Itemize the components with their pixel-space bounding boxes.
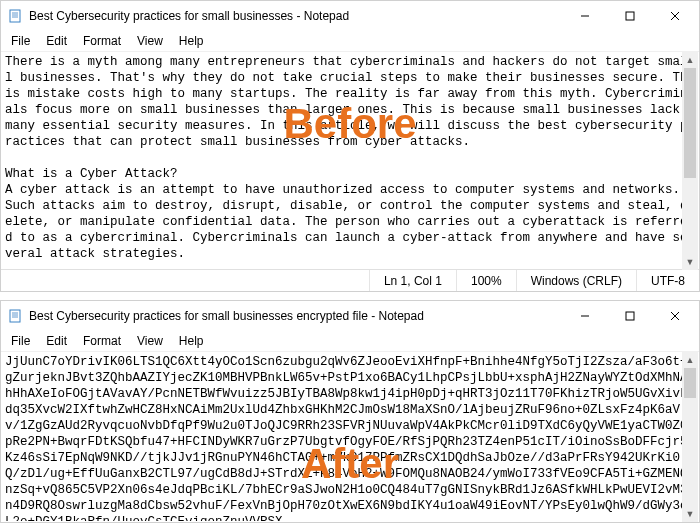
text-area[interactable]: There is a myth among many entrepreneurs… [1,51,699,269]
scroll-thumb[interactable] [684,368,696,398]
notepad-window-after: Best Cybersecurity practices for small b… [0,300,700,523]
status-zoom: 100% [456,270,516,291]
minimize-button[interactable] [562,301,607,331]
minimize-button[interactable] [562,1,607,31]
svg-rect-5 [626,12,634,20]
vertical-scrollbar[interactable]: ▲ ▼ [682,352,698,522]
menu-format[interactable]: Format [75,332,129,350]
notepad-icon [7,308,23,324]
close-button[interactable] [652,1,697,31]
vertical-scrollbar[interactable]: ▲ ▼ [682,52,698,270]
menu-view[interactable]: View [129,32,171,50]
status-encoding: UTF-8 [636,270,699,291]
menubar: File Edit Format View Help [1,31,699,51]
svg-rect-0 [10,10,20,22]
scroll-up-icon[interactable]: ▲ [682,52,698,68]
notepad-icon [7,8,23,24]
scroll-down-icon[interactable]: ▼ [682,506,698,522]
menu-edit[interactable]: Edit [38,32,75,50]
scroll-up-icon[interactable]: ▲ [682,352,698,368]
svg-rect-8 [10,310,20,322]
titlebar: Best Cybersecurity practices for small b… [1,1,699,31]
scroll-thumb[interactable] [684,68,696,178]
maximize-button[interactable] [607,301,652,331]
statusbar: Ln 1, Col 1 100% Windows (CRLF) UTF-8 [1,269,699,291]
status-position: Ln 1, Col 1 [369,270,456,291]
menu-edit[interactable]: Edit [38,332,75,350]
scroll-down-icon[interactable]: ▼ [682,254,698,270]
close-button[interactable] [652,301,697,331]
window-title: Best Cybersecurity practices for small b… [29,309,562,323]
notepad-window-before: Best Cybersecurity practices for small b… [0,0,700,292]
menubar: File Edit Format View Help [1,331,699,351]
window-title: Best Cybersecurity practices for small b… [29,9,562,23]
menu-help[interactable]: Help [171,32,212,50]
menu-help[interactable]: Help [171,332,212,350]
menu-view[interactable]: View [129,332,171,350]
status-eol: Windows (CRLF) [516,270,636,291]
menu-file[interactable]: File [3,332,38,350]
menu-format[interactable]: Format [75,32,129,50]
menu-file[interactable]: File [3,32,38,50]
text-area[interactable]: JjUunC7oYDrivIK06LTS1QC6Xtt4yOCo1Scn6zub… [1,351,699,521]
titlebar: Best Cybersecurity practices for small b… [1,301,699,331]
svg-rect-13 [626,312,634,320]
maximize-button[interactable] [607,1,652,31]
